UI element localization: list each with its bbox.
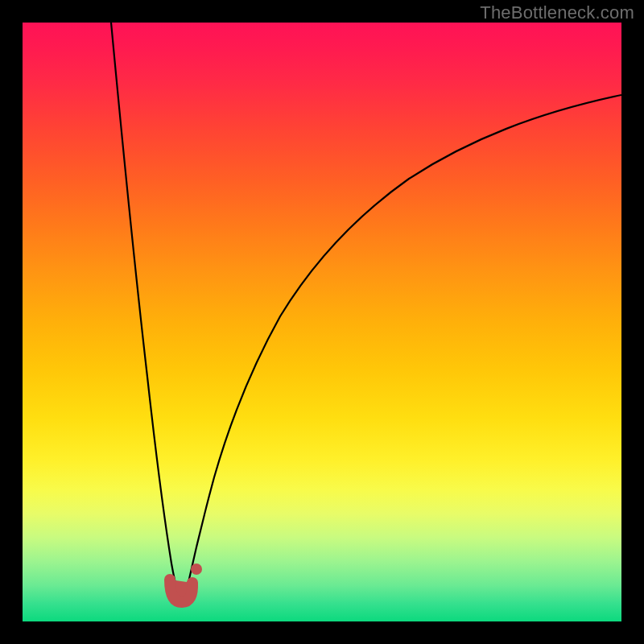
- chart-frame: TheBottleneck.com: [0, 0, 644, 644]
- left-descending-curve: [111, 23, 180, 591]
- marker-u-stroke: [170, 580, 192, 602]
- plot-area: [23, 23, 621, 621]
- curve-layer: [23, 23, 621, 621]
- watermark-text: TheBottleneck.com: [480, 2, 634, 23]
- right-ascending-curve: [188, 95, 621, 586]
- marker-dot-lead: [191, 564, 202, 575]
